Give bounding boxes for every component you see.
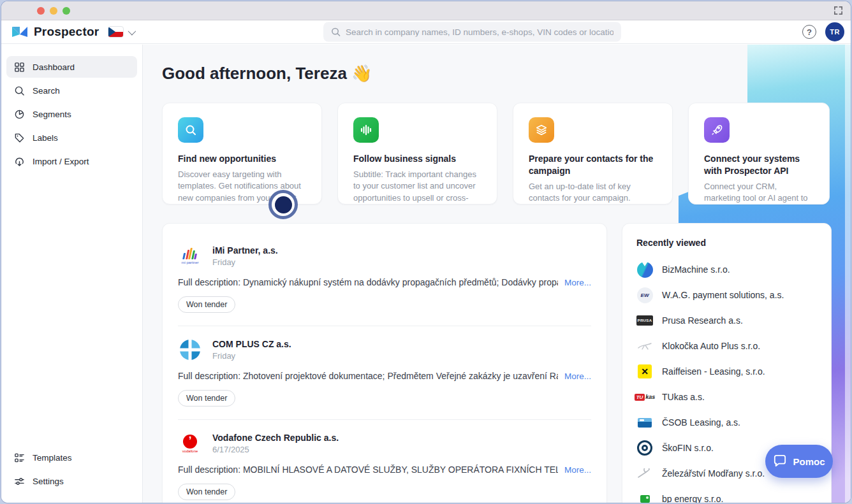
chevron-down-icon bbox=[128, 27, 136, 35]
chat-bubble-icon bbox=[773, 455, 787, 468]
feed-item-imi-partner[interactable]: mi partner iMi Partner, a.s. Friday Full… bbox=[178, 233, 591, 326]
app-window: Prospector ? TR Dashb bbox=[1, 1, 851, 503]
sidebar-item-templates[interactable]: Templates bbox=[6, 447, 137, 468]
avatar[interactable]: TR bbox=[825, 22, 844, 41]
layers-icon bbox=[529, 117, 554, 143]
language-selector[interactable] bbox=[108, 26, 134, 38]
recent-company-klokocka[interactable]: Klokočka Auto Plus s.r.o. bbox=[636, 333, 817, 359]
tukas-logo: TUkas bbox=[636, 389, 653, 405]
recent-company-wag[interactable]: EW W.A.G. payment solutions, a.s. bbox=[636, 282, 817, 308]
app-header: Prospector ? TR bbox=[1, 20, 851, 44]
feed-date: Friday bbox=[212, 351, 291, 361]
recent-company-bizmachine[interactable]: BizMachine s.r.o. bbox=[636, 257, 817, 282]
feed-description: Full description: Zhotovení projektové d… bbox=[178, 371, 558, 381]
sidebar-item-label: Settings bbox=[33, 477, 64, 486]
minimize-window-button[interactable] bbox=[50, 7, 57, 15]
tender-feed-panel: mi partner iMi Partner, a.s. Friday Full… bbox=[162, 223, 607, 503]
page-title: Good afternoon, Tereza 👋 bbox=[162, 64, 372, 83]
sidebar-item-label: Search bbox=[33, 86, 60, 96]
recent-company-csob[interactable]: ČSOB Leasing, a.s. bbox=[636, 410, 817, 435]
close-window-button[interactable] bbox=[37, 7, 45, 15]
sidebar-item-label: Import / Export bbox=[33, 157, 89, 166]
dashboard-grid-icon bbox=[14, 62, 25, 73]
csob-logo bbox=[636, 414, 653, 431]
wag-logo: EW bbox=[636, 287, 653, 303]
vodafone-logo: ’ vodafone bbox=[178, 431, 202, 456]
pie-chart-icon bbox=[14, 109, 25, 120]
skofin-logo bbox=[636, 440, 653, 456]
brand-wordmark: Prospector bbox=[34, 25, 99, 39]
feed-description: Full description: Dynamický nákupní syst… bbox=[178, 277, 558, 287]
help-chat-button[interactable]: Pomoc bbox=[765, 445, 833, 478]
signal-wave-icon bbox=[353, 117, 379, 143]
templates-icon bbox=[14, 452, 25, 463]
feed-date: 6/17/2025 bbox=[212, 445, 339, 454]
prusa-logo: PRUSA bbox=[636, 312, 653, 329]
recent-company-tukas[interactable]: TUkas TUkas a.s. bbox=[636, 384, 817, 410]
search-icon bbox=[14, 85, 25, 96]
feed-item-vodafone[interactable]: ’ vodafone Vodafone Czech Republic a.s. … bbox=[178, 419, 591, 503]
sidebar-item-search[interactable]: Search bbox=[6, 80, 137, 101]
imi-partner-logo: mi partner bbox=[178, 244, 202, 268]
company-name: Vodafone Czech Republic a.s. bbox=[212, 433, 339, 443]
sidebar-item-import-export[interactable]: Import / Export bbox=[6, 150, 137, 172]
card-prepare-contacts[interactable]: Prepare your contacts for the campaign G… bbox=[513, 103, 673, 205]
help-chat-label: Pomoc bbox=[793, 456, 825, 467]
rocket-icon bbox=[704, 117, 730, 143]
card-prospector-api[interactable]: Connect your systems with Prospector API… bbox=[688, 103, 830, 205]
sidebar-item-labels[interactable]: Labels bbox=[6, 127, 137, 148]
zoom-window-button[interactable] bbox=[62, 7, 70, 15]
sidebar-item-label: Segments bbox=[33, 110, 71, 119]
feed-item-com-plus[interactable]: COM PLUS CZ a.s. Friday Full description… bbox=[178, 326, 591, 419]
search-input[interactable] bbox=[346, 27, 613, 37]
recently-viewed-title: Recently viewed bbox=[636, 238, 817, 248]
card-find-opportunities[interactable]: Find new opportunities Discover easy tar… bbox=[162, 103, 322, 205]
bp-energy-logo bbox=[636, 491, 653, 503]
cloud-transfer-icon bbox=[14, 156, 25, 167]
company-name: COM PLUS CZ a.s. bbox=[212, 339, 291, 349]
card-title: Connect your systems with Prospector API bbox=[704, 153, 814, 177]
global-search bbox=[323, 22, 621, 42]
won-tender-badge: Won tender bbox=[178, 484, 235, 500]
main-content: Good afternoon, Tereza 👋 Find new opport… bbox=[143, 45, 851, 503]
card-description: Connect your CRM, marketing tool or AI a… bbox=[704, 181, 814, 205]
brand: Prospector bbox=[11, 25, 99, 39]
prospector-logo-icon bbox=[11, 25, 28, 39]
sidebar-item-dashboard[interactable]: Dashboard bbox=[6, 56, 137, 78]
search-icon bbox=[178, 117, 203, 143]
scrollbar-track[interactable] bbox=[845, 45, 851, 503]
raiffeisen-logo: ✕ bbox=[636, 363, 653, 380]
help-icon[interactable]: ? bbox=[802, 25, 816, 39]
bizmachine-logo bbox=[636, 261, 653, 278]
more-link[interactable]: More... bbox=[564, 278, 591, 287]
sidebar-item-segments[interactable]: Segments bbox=[6, 103, 137, 125]
more-link[interactable]: More... bbox=[564, 371, 591, 381]
sidebar-item-label: Labels bbox=[33, 133, 58, 143]
card-business-signals[interactable]: Follow business signals Subtitle: Track … bbox=[337, 103, 497, 205]
won-tender-badge: Won tender bbox=[178, 296, 235, 313]
click-indicator bbox=[268, 190, 298, 219]
feed-description: Full description: MOBILNÍ HLASOVÉ A DATO… bbox=[178, 464, 558, 475]
feed-date: Friday bbox=[212, 257, 278, 267]
sidebar-item-label: Dashboard bbox=[33, 62, 75, 72]
card-title: Prepare your contacts for the campaign bbox=[529, 153, 657, 177]
won-tender-badge: Won tender bbox=[178, 390, 235, 407]
sidebar: Dashboard Search Segments Labels bbox=[1, 45, 143, 503]
recent-company-prusa[interactable]: PRUSA Prusa Research a.s. bbox=[636, 308, 817, 333]
more-link[interactable]: More... bbox=[564, 465, 591, 475]
company-name: iMi Partner, a.s. bbox=[212, 245, 278, 256]
sliders-icon bbox=[14, 476, 25, 487]
card-title: Find new opportunities bbox=[178, 153, 306, 165]
card-description: Get an up-to-date list of key contacts f… bbox=[529, 181, 657, 205]
titlebar bbox=[1, 1, 851, 20]
wrench-logo bbox=[636, 465, 653, 482]
czech-flag-icon bbox=[108, 26, 124, 38]
tag-icon bbox=[14, 133, 25, 143]
klokocka-logo bbox=[636, 338, 653, 354]
onboarding-cards: Find new opportunities Discover easy tar… bbox=[162, 103, 830, 205]
recent-company-raiffeisen[interactable]: ✕ Raiffeisen - Leasing, s.r.o. bbox=[636, 359, 817, 384]
fullscreen-icon[interactable] bbox=[834, 6, 843, 15]
recent-company-bp-energy[interactable]: bp energy s.r.o. bbox=[636, 486, 817, 503]
sidebar-item-settings[interactable]: Settings bbox=[6, 470, 137, 492]
search-icon bbox=[331, 27, 341, 37]
